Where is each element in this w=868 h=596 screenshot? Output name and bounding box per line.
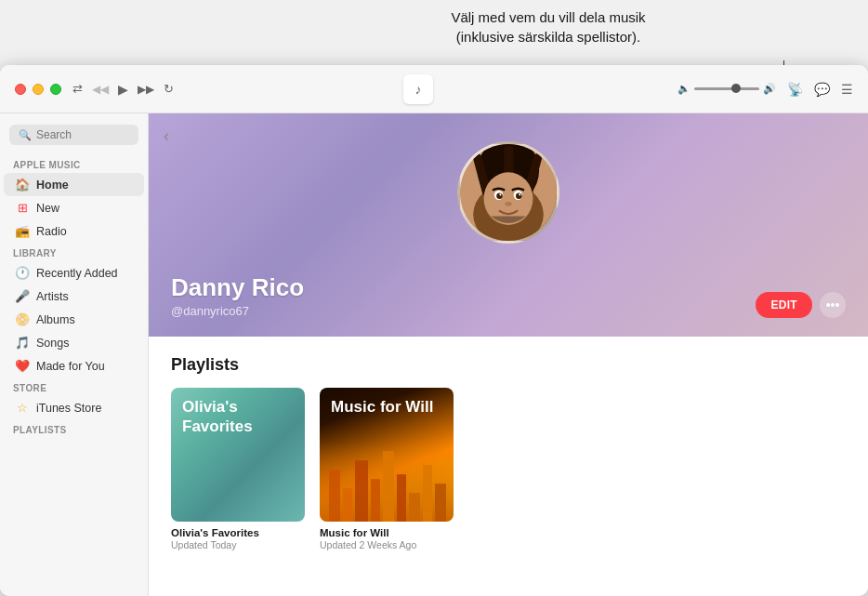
- olivia-thumb-text: Olivia'sFavorites: [182, 397, 253, 437]
- shuffle-button[interactable]: ⇄: [72, 82, 83, 96]
- playlist-thumb-olivia: Olivia'sFavorites: [171, 388, 305, 522]
- sidebar-albums-label: Albums: [36, 313, 75, 326]
- playlist-card-olivia[interactable]: Olivia'sFavorites Olivia's Favorites Upd…: [171, 388, 305, 550]
- search-input[interactable]: [36, 128, 129, 141]
- sidebar-item-recently-added[interactable]: 🕐 Recently Added: [4, 261, 144, 285]
- profile-actions: EDIT •••: [756, 292, 846, 318]
- library-section-label: Library: [0, 243, 148, 261]
- sidebar-artists-label: Artists: [36, 290, 69, 303]
- playlist-name-will: Music for Will: [320, 527, 454, 538]
- songs-icon: 🎵: [15, 336, 30, 350]
- star-icon: ☆: [15, 401, 30, 415]
- svg-point-14: [519, 193, 520, 195]
- will-thumb-text: Music for Will: [331, 397, 433, 417]
- app-window: ⇄ ◀◀ ▶ ▶▶ ↻ ♪ 🔈 🔊 📡 💬 ☰: [0, 65, 868, 596]
- sidebar-made-for-you-label: Made for You: [36, 360, 105, 373]
- music-note-icon: ♪: [415, 82, 422, 97]
- svg-rect-24: [435, 483, 446, 522]
- apple-music-section-label: Apple Music: [0, 154, 148, 173]
- playback-controls: ⇄ ◀◀ ▶ ▶▶ ↻: [72, 82, 174, 97]
- svg-rect-19: [371, 479, 380, 522]
- back-button[interactable]: ‹: [164, 126, 169, 146]
- radio-icon: 📻: [15, 224, 30, 238]
- app-body: 🔍 Apple Music 🏠 Home ⊞ New 📻 Radio Libra…: [0, 113, 868, 596]
- sidebar-home-label: Home: [36, 179, 69, 192]
- lyrics-icon[interactable]: 💬: [814, 82, 830, 97]
- traffic-lights: [15, 84, 61, 95]
- made-for-you-icon: ❤️: [15, 359, 30, 373]
- title-bar: ⇄ ◀◀ ▶ ▶▶ ↻ ♪ 🔈 🔊 📡 💬 ☰: [0, 65, 868, 113]
- svg-point-13: [499, 193, 501, 195]
- more-options-button[interactable]: •••: [820, 292, 846, 318]
- back-track-button[interactable]: ◀◀: [92, 83, 109, 96]
- playlists-section: Playlists Olivia'sFavorites Olivia's Fav…: [149, 337, 868, 569]
- playlists-grid: Olivia'sFavorites Olivia's Favorites Upd…: [171, 388, 846, 550]
- albums-icon: 📀: [15, 312, 30, 326]
- playlists-title: Playlists: [171, 355, 846, 375]
- airplay-icon[interactable]: 📡: [787, 82, 803, 97]
- playlist-name-olivia: Olivia's Favorites: [171, 527, 305, 538]
- avatar-container: [457, 141, 559, 244]
- volume-low-icon: 🔈: [677, 83, 690, 95]
- queue-icon[interactable]: ☰: [841, 82, 853, 97]
- home-icon: 🏠: [15, 178, 30, 192]
- svg-point-11: [496, 192, 503, 199]
- playlist-updated-olivia: Updated Today: [171, 539, 305, 550]
- minimize-button[interactable]: [33, 84, 44, 95]
- profile-name: Danny Rico: [171, 273, 846, 302]
- profile-handle: @dannyrico67: [171, 304, 846, 318]
- store-section-label: Store: [0, 377, 148, 396]
- sidebar-itunes-store-label: iTunes Store: [36, 402, 101, 415]
- playlist-card-will[interactable]: Music for Will: [320, 388, 454, 550]
- avatar: [457, 141, 559, 244]
- sidebar-songs-label: Songs: [36, 337, 69, 350]
- ellipsis-icon: •••: [826, 298, 840, 312]
- sidebar-item-radio[interactable]: 📻 Radio: [4, 219, 144, 243]
- svg-rect-20: [383, 451, 394, 522]
- search-icon: 🔍: [19, 129, 32, 141]
- sidebar-item-albums[interactable]: 📀 Albums: [4, 308, 144, 331]
- sidebar-radio-label: Radio: [36, 225, 67, 238]
- now-playing-icon[interactable]: ♪: [403, 74, 433, 104]
- volume-control[interactable]: 🔈 🔊: [677, 83, 776, 95]
- sidebar-item-songs[interactable]: 🎵 Songs: [4, 331, 144, 354]
- sidebar-item-itunes-store[interactable]: ☆ iTunes Store: [4, 396, 144, 419]
- sidebar-item-home[interactable]: 🏠 Home: [4, 173, 144, 196]
- main-content: ‹: [149, 113, 868, 596]
- playlist-updated-will: Updated 2 Weeks Ago: [320, 539, 454, 550]
- forward-track-button[interactable]: ▶▶: [138, 83, 154, 96]
- edit-button[interactable]: EDIT: [756, 292, 812, 318]
- search-bar[interactable]: 🔍: [9, 125, 138, 145]
- svg-point-12: [516, 192, 522, 199]
- repeat-button[interactable]: ↻: [164, 82, 174, 96]
- maximize-button[interactable]: [50, 84, 61, 95]
- svg-rect-16: [329, 470, 340, 522]
- svg-rect-22: [409, 493, 420, 522]
- sidebar-item-made-for-you[interactable]: ❤️ Made for You: [4, 354, 144, 377]
- tooltip-annotation: Välj med vem du vill dela musik (inklusi…: [400, 7, 697, 46]
- svg-rect-23: [423, 465, 432, 522]
- sidebar-item-new[interactable]: ⊞ New: [4, 196, 144, 219]
- profile-banner: Danny Rico @dannyrico67 EDIT •••: [149, 113, 868, 337]
- sidebar-new-label: New: [36, 202, 59, 215]
- svg-point-15: [505, 202, 512, 206]
- new-icon: ⊞: [15, 201, 30, 215]
- clock-icon: 🕐: [15, 266, 30, 280]
- playlists-section-label: Playlists: [0, 419, 148, 438]
- close-button[interactable]: [15, 84, 26, 95]
- sidebar-item-artists[interactable]: 🎤 Artists: [4, 285, 144, 308]
- profile-info: Danny Rico @dannyrico67: [171, 273, 846, 318]
- sidebar: 🔍 Apple Music 🏠 Home ⊞ New 📻 Radio Libra…: [0, 113, 149, 596]
- toolbar-right: 🔈 🔊 📡 💬 ☰: [677, 82, 853, 97]
- artists-icon: 🎤: [15, 289, 30, 303]
- volume-high-icon: 🔊: [763, 83, 776, 95]
- sidebar-recently-added-label: Recently Added: [36, 267, 118, 280]
- toolbar-center: ♪: [185, 74, 666, 104]
- svg-rect-17: [343, 488, 352, 522]
- svg-rect-21: [397, 474, 406, 522]
- playlist-thumb-will: Music for Will: [320, 388, 454, 522]
- play-button[interactable]: ▶: [118, 82, 128, 97]
- svg-rect-18: [355, 460, 368, 522]
